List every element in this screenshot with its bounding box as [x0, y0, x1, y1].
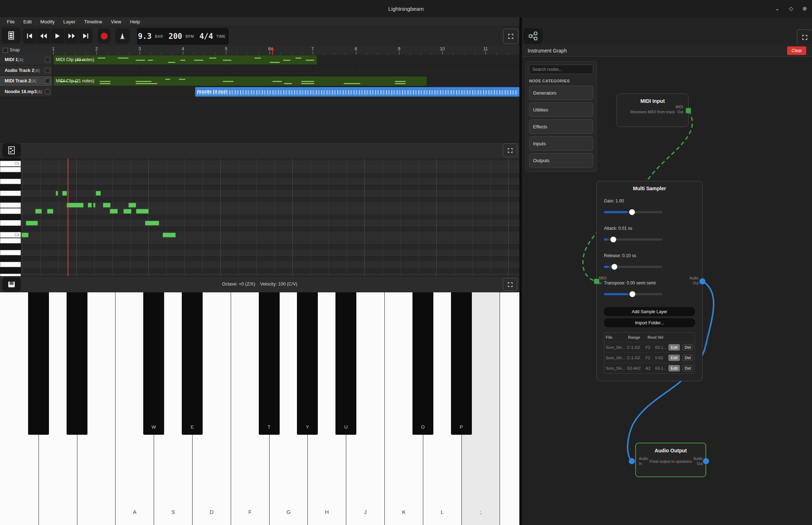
roll-key[interactable]	[0, 158, 21, 161]
roll-key[interactable]	[0, 262, 21, 268]
roll-key[interactable]	[0, 208, 21, 214]
midi-note[interactable]	[128, 203, 136, 207]
roll-key-c5[interactable]: C5	[0, 161, 21, 166]
black-key-U[interactable]: U	[335, 292, 356, 435]
tab-instrument-graph[interactable]	[523, 28, 543, 44]
roll-key[interactable]	[0, 238, 21, 244]
track-checkbox[interactable]	[45, 68, 50, 73]
midi-note[interactable]	[62, 191, 67, 196]
param-slider[interactable]	[604, 237, 662, 242]
track-header-1[interactable]: MIDI 1[A]	[0, 55, 52, 65]
midi-in-port[interactable]	[594, 279, 599, 284]
track-header-3[interactable]: MIDI Track 2[A]	[0, 76, 52, 87]
menu-view[interactable]: View	[107, 19, 126, 24]
category-outputs[interactable]: Outputs	[529, 153, 593, 168]
timeline-fullscreen-button[interactable]	[503, 29, 518, 44]
graph-fullscreen-button[interactable]	[797, 29, 812, 45]
roll-key[interactable]	[0, 244, 21, 250]
roll-key[interactable]	[0, 268, 21, 274]
piano-roll-fullscreen-button[interactable]	[503, 143, 517, 157]
midi-out-port[interactable]	[686, 108, 691, 113]
roll-key[interactable]	[0, 179, 21, 184]
roll-key[interactable]	[0, 220, 21, 226]
midi-note[interactable]	[67, 203, 84, 207]
roll-key[interactable]	[0, 196, 21, 202]
category-inputs[interactable]: Inputs	[529, 136, 593, 151]
node-audio-output[interactable]: Audio Output Final output to speakers Au…	[635, 443, 706, 477]
fast-forward-button[interactable]	[65, 28, 79, 44]
midi-note[interactable]	[163, 233, 176, 237]
roll-key[interactable]	[0, 226, 21, 232]
clear-graph-button[interactable]: Clear	[787, 46, 806, 55]
edit-sample-button[interactable]: Edit	[668, 344, 680, 351]
param-slider[interactable]	[604, 264, 662, 270]
roll-key[interactable]	[0, 184, 21, 191]
delete-sample-button[interactable]: Del	[682, 344, 693, 351]
roll-key[interactable]	[0, 173, 21, 179]
menu-edit[interactable]: Edit	[19, 19, 36, 24]
track-header-4[interactable]: Noodle 18.mp3[A]	[0, 87, 52, 97]
roll-key[interactable]	[0, 167, 21, 173]
track-checkbox[interactable]	[45, 89, 50, 94]
roll-key[interactable]	[0, 214, 21, 220]
metronome-button[interactable]	[115, 28, 130, 44]
time-signature-value[interactable]: 4/4	[199, 32, 213, 41]
midi-clip[interactable]: MIDI Clip (40 notes)	[53, 55, 317, 65]
midi-note[interactable]	[103, 203, 110, 207]
midi-note[interactable]	[110, 209, 118, 214]
play-button[interactable]	[51, 28, 65, 44]
rewind-button[interactable]	[37, 28, 51, 44]
roll-key[interactable]	[0, 256, 21, 262]
timeline-mode-button[interactable]	[1, 28, 21, 44]
audio-out-port[interactable]	[703, 458, 709, 464]
midi-note[interactable]	[47, 209, 53, 214]
delete-sample-button[interactable]: Del	[682, 365, 693, 371]
black-key[interactable]	[28, 292, 49, 435]
midi-note[interactable]	[35, 209, 42, 214]
midi-note[interactable]	[136, 209, 149, 214]
skip-to-end-button[interactable]	[79, 28, 93, 44]
white-key[interactable]	[500, 292, 519, 525]
midi-note[interactable]	[145, 221, 159, 225]
black-key-W[interactable]: W	[143, 292, 164, 435]
slider-thumb[interactable]	[629, 209, 635, 215]
midi-note[interactable]	[26, 221, 38, 225]
add-sample-layer-button[interactable]: Add Sample Layer	[604, 307, 695, 316]
midi-note[interactable]	[93, 203, 95, 207]
slider-thumb[interactable]	[612, 264, 617, 270]
maximize-icon[interactable]: ◇	[789, 5, 793, 12]
graph-canvas[interactable]: NODE CATEGORIES GeneratorsUtilitiesEffec…	[522, 57, 812, 525]
category-utilities[interactable]: Utilities	[529, 102, 593, 117]
record-button[interactable]	[98, 28, 110, 44]
menu-help[interactable]: Help	[126, 19, 144, 24]
black-key-T[interactable]: T	[259, 292, 280, 435]
black-key-O[interactable]: O	[412, 292, 433, 435]
slider-thumb[interactable]	[610, 237, 616, 242]
track-lanes[interactable]: MIDI Clip (40 notes)MIDI Clip (21 notes)…	[52, 55, 519, 142]
close-icon[interactable]: ⊗	[802, 5, 807, 12]
piano-roll-panel-button[interactable]	[2, 143, 21, 158]
roll-key-c4[interactable]: C4	[0, 232, 21, 238]
skip-to-start-button[interactable]	[23, 28, 37, 44]
param-slider[interactable]	[604, 209, 662, 215]
track-header-2[interactable]: Audio Track 2[A]	[0, 65, 52, 76]
piano-roll-grid[interactable]	[21, 158, 519, 276]
category-effects[interactable]: Effects	[529, 119, 593, 134]
midi-note[interactable]	[56, 191, 58, 196]
panel-divider[interactable]	[519, 17, 522, 525]
node-midi-input[interactable]: MIDI Input Receives MIDI from track MIDI…	[617, 93, 689, 127]
black-key-Y[interactable]: Y	[297, 292, 318, 435]
node-multi-sampler[interactable]: Multi Sampler Gain: 1.00Attack: 0.01 ssR…	[596, 181, 703, 381]
menu-modify[interactable]: Modify	[36, 19, 59, 24]
black-key-P[interactable]: P	[451, 292, 472, 435]
track-checkbox[interactable]	[45, 57, 50, 62]
menu-file[interactable]: File	[3, 19, 19, 24]
audio-clip[interactable]: Noodle 18.mp3	[195, 87, 519, 97]
menu-layer[interactable]: Layer	[59, 19, 80, 24]
minimize-icon[interactable]: ⌄	[775, 5, 780, 12]
category-generators[interactable]: Generators	[529, 86, 593, 100]
track-lane[interactable]	[52, 65, 519, 76]
midi-clip[interactable]: MIDI Clip (21 notes)	[53, 76, 427, 86]
snap-checkbox[interactable]	[3, 48, 8, 53]
slider-thumb[interactable]	[630, 291, 635, 297]
